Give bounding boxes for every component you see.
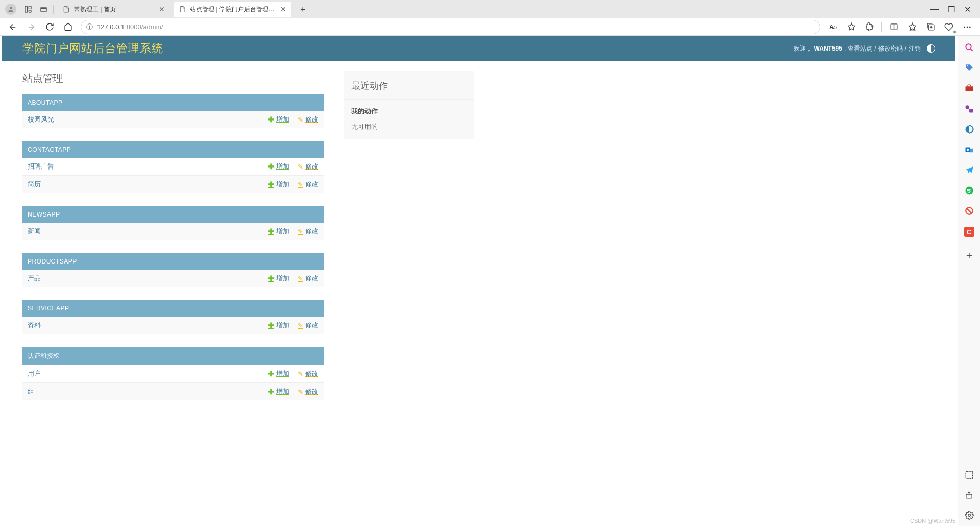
- tab-separator: [53, 5, 54, 14]
- read-aloud-icon[interactable]: A)): [824, 19, 842, 35]
- add-link[interactable]: ✚ 增加: [268, 321, 289, 330]
- welcome-text: 欢迎，: [794, 44, 812, 53]
- module-caption[interactable]: ABOUTAPP: [22, 94, 324, 111]
- spotify-icon[interactable]: [965, 186, 974, 195]
- watermark: CSDN @Want595: [910, 518, 955, 524]
- tab-actions-icon[interactable]: [38, 6, 49, 13]
- profile-avatar[interactable]: [5, 4, 16, 15]
- forward-button[interactable]: [22, 19, 40, 35]
- site-info-icon[interactable]: ⓘ: [86, 22, 93, 32]
- maximize-button[interactable]: ❐: [948, 5, 955, 14]
- edge-sidebar: C ＋: [958, 36, 980, 526]
- svg-point-19: [965, 105, 969, 109]
- split-screen-icon[interactable]: [885, 19, 902, 35]
- change-link[interactable]: ✎ 修改: [298, 369, 318, 378]
- app-module: PRODUCTSAPP产品✚ 增加✎ 修改: [22, 253, 324, 287]
- add-sidebar-icon[interactable]: ＋: [964, 248, 974, 262]
- games-icon[interactable]: [965, 104, 974, 113]
- plus-icon: ✚: [268, 274, 274, 282]
- change-link[interactable]: ✎ 修改: [298, 274, 318, 283]
- username: WANT595: [814, 45, 842, 52]
- search-icon[interactable]: [965, 43, 974, 52]
- collections-icon[interactable]: [922, 19, 939, 35]
- noentry-icon[interactable]: [965, 206, 974, 216]
- plus-icon: ✚: [268, 162, 274, 171]
- module-caption[interactable]: PRODUCTSAPP: [22, 253, 324, 270]
- telegram-icon[interactable]: [965, 165, 974, 175]
- url-input[interactable]: ⓘ 127.0.0.1:8000/admin/: [81, 20, 820, 34]
- new-tab-button[interactable]: ＋: [296, 2, 310, 16]
- home-button[interactable]: [59, 19, 77, 35]
- menu-icon[interactable]: ⋯: [959, 19, 976, 35]
- share-icon[interactable]: [965, 491, 973, 499]
- add-link[interactable]: ✚ 增加: [268, 162, 289, 171]
- plus-icon: ✚: [268, 370, 274, 378]
- change-link[interactable]: ✎ 修改: [298, 162, 318, 171]
- model-row: 用户✚ 增加✎ 修改: [22, 365, 324, 383]
- close-icon[interactable]: ✕: [280, 5, 286, 13]
- admin-page: 学院门户网站后台管理系统 欢迎， WANT595. 查看站点 / 修改密码 / …: [2, 36, 955, 526]
- svg-line-25: [967, 209, 971, 213]
- add-link[interactable]: ✚ 增加: [268, 227, 289, 236]
- theme-toggle-icon[interactable]: [927, 44, 935, 53]
- model-link[interactable]: 新闻: [28, 227, 260, 236]
- view-site-link[interactable]: 查看站点: [848, 44, 872, 53]
- briefcase-icon[interactable]: [965, 84, 974, 93]
- module-caption[interactable]: NEWSAPP: [22, 206, 324, 223]
- change-link[interactable]: ✎ 修改: [298, 321, 318, 330]
- settings-icon[interactable]: [965, 511, 974, 520]
- browser-tab-active[interactable]: 站点管理 | 学院门户后台管理系统 ✕: [174, 2, 291, 17]
- model-link[interactable]: 招聘广告: [28, 162, 260, 171]
- favorite-icon[interactable]: [843, 19, 860, 35]
- model-link[interactable]: 用户: [28, 369, 260, 378]
- add-link[interactable]: ✚ 增加: [268, 115, 289, 124]
- module-caption[interactable]: 认证和授权: [22, 347, 324, 365]
- back-button[interactable]: [4, 19, 21, 35]
- model-link[interactable]: 简历: [28, 180, 260, 189]
- change-link[interactable]: ✎ 修改: [298, 387, 318, 396]
- plus-icon: ✚: [268, 115, 274, 124]
- pencil-icon: ✎: [298, 116, 303, 124]
- workspaces-icon[interactable]: [22, 5, 34, 13]
- extensions-icon[interactable]: [861, 19, 878, 35]
- plus-icon: ✚: [268, 227, 274, 235]
- outlook-icon[interactable]: [965, 145, 974, 154]
- model-link[interactable]: 资料: [28, 321, 260, 330]
- module-caption[interactable]: CONTACTAPP: [22, 141, 324, 158]
- add-link[interactable]: ✚ 增加: [268, 274, 289, 283]
- minimize-button[interactable]: —: [930, 5, 939, 14]
- app-c-icon[interactable]: C: [964, 227, 974, 237]
- performance-icon[interactable]: [940, 19, 958, 35]
- module-caption[interactable]: SERVICEAPP: [22, 300, 324, 317]
- model-row: 校园风光✚ 增加✎ 修改: [22, 111, 324, 128]
- change-link[interactable]: ✎ 修改: [298, 227, 318, 236]
- screenshot-icon[interactable]: [965, 470, 974, 480]
- browser-tab-inactive[interactable]: 常熟理工 | 首页 ✕: [58, 2, 170, 17]
- tag-icon[interactable]: [965, 63, 974, 73]
- model-row: 资料✚ 增加✎ 修改: [22, 317, 324, 334]
- model-row: 组✚ 增加✎ 修改: [22, 383, 324, 400]
- model-row: 招聘广告✚ 增加✎ 修改: [22, 158, 324, 176]
- add-link[interactable]: ✚ 增加: [268, 180, 289, 189]
- favorites-bar-icon[interactable]: [903, 19, 921, 35]
- svg-point-23: [965, 187, 973, 195]
- model-link[interactable]: 产品: [28, 274, 260, 283]
- tab-bar: 常熟理工 | 首页 ✕ 站点管理 | 学院门户后台管理系统 ✕ ＋ — ❐ ✕: [0, 0, 980, 18]
- refresh-button[interactable]: [41, 19, 58, 35]
- change-password-link[interactable]: 修改密码: [878, 44, 903, 53]
- change-link[interactable]: ✎ 修改: [298, 180, 318, 189]
- content-related: 最近动作 我的动作 无可用的: [344, 71, 474, 139]
- add-link[interactable]: ✚ 增加: [268, 369, 289, 378]
- change-link[interactable]: ✎ 修改: [298, 115, 318, 124]
- close-icon[interactable]: ✕: [159, 5, 165, 13]
- app-module: ABOUTAPP校园风光✚ 增加✎ 修改: [22, 94, 324, 128]
- page-title: 站点管理: [22, 71, 324, 85]
- office-icon[interactable]: [965, 125, 974, 134]
- model-link[interactable]: 校园风光: [28, 115, 260, 124]
- address-bar: ⓘ 127.0.0.1:8000/admin/ A)): [0, 18, 980, 36]
- add-link[interactable]: ✚ 增加: [268, 387, 289, 396]
- close-window-button[interactable]: ✕: [964, 5, 971, 14]
- logout-link[interactable]: 注销: [909, 44, 921, 53]
- tab-title: 站点管理 | 学院门户后台管理系统: [190, 5, 276, 14]
- model-link[interactable]: 组: [28, 387, 260, 396]
